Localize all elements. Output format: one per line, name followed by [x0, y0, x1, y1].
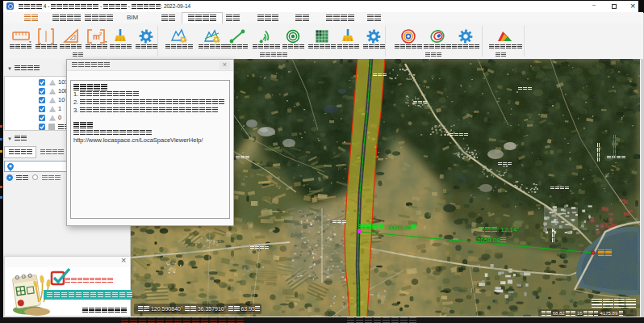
svg-text:2: 2: [99, 31, 102, 36]
